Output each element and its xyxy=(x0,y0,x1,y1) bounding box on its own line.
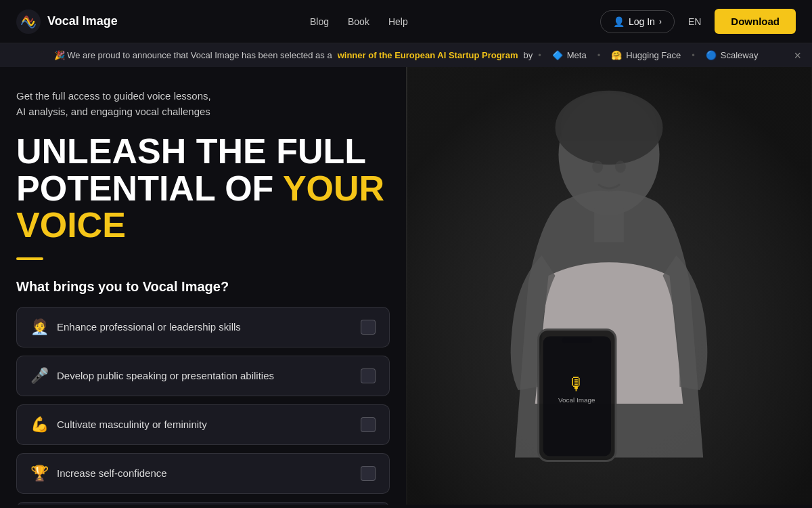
speaking-label: Develop public speaking or presentation … xyxy=(57,370,274,381)
option-professional[interactable]: 🧑‍💼 Enhance professional or leadership s… xyxy=(16,307,390,347)
hero-image: 🎙 Vocal Image xyxy=(406,67,812,505)
nav-brand: Vocal Image xyxy=(47,14,118,28)
svg-point-11 xyxy=(615,161,626,173)
left-panel: Get the full access to guided voice less… xyxy=(0,67,406,505)
nav-link-book[interactable]: Book xyxy=(348,16,369,27)
right-panel: 🎙 Vocal Image xyxy=(406,67,812,505)
main-content: Get the full access to guided voice less… xyxy=(0,67,812,505)
masculinity-label: Cultivate masculinity or femininity xyxy=(57,419,207,430)
masculinity-checkbox[interactable] xyxy=(361,417,376,432)
scaleway-logo: 🔵 Scaleway xyxy=(706,50,759,60)
dot-separator-2: • xyxy=(597,50,601,60)
nav-left: Vocal Image xyxy=(16,9,118,34)
meta-icon: 🔷 xyxy=(552,50,563,60)
banner-logos: • 🔷 Meta • 🤗 Hugging Face • 🔵 Scaleway xyxy=(538,50,758,60)
option-masculinity[interactable]: 💪 Cultivate masculinity or femininity xyxy=(16,404,390,445)
survey-question: What brings you to Vocal Image? xyxy=(16,279,390,295)
confidence-checkbox[interactable] xyxy=(361,466,376,481)
hero-title-line2-regular: POTENTIAL OF xyxy=(16,169,283,208)
banner-text-before: 🎉 We are proud to announce that Vocal Im… xyxy=(54,50,332,60)
survey-options: 🧑‍💼 Enhance professional or leadership s… xyxy=(16,307,390,505)
meta-label: Meta xyxy=(567,50,587,60)
navbar: Vocal Image Blog Book Help 👤 Log In › EN… xyxy=(0,0,812,43)
speaking-emoji: 🎤 xyxy=(30,367,49,385)
masculinity-emoji: 💪 xyxy=(30,416,49,433)
nav-link-help[interactable]: Help xyxy=(388,16,408,27)
person-silhouette: 🎙 Vocal Image xyxy=(406,67,812,505)
option-voice-type[interactable]: 🔍 Discover voice type xyxy=(16,502,390,505)
banner-highlight: winner of the European AI Startup Progra… xyxy=(338,50,518,60)
option-confidence[interactable]: 🏆 Increase self-confidence xyxy=(16,453,390,494)
speaking-checkbox[interactable] xyxy=(361,368,376,383)
announcement-banner: 🎉 We are proud to announce that Vocal Im… xyxy=(0,43,812,67)
svg-text:Vocal Image: Vocal Image xyxy=(558,396,595,404)
hugging-face-icon: 🤗 xyxy=(611,50,622,60)
dot-separator-1: • xyxy=(538,50,541,60)
hero-title: UNLEASH THE FULL POTENTIAL OF YOUR VOICE xyxy=(16,133,390,244)
svg-rect-4 xyxy=(594,209,624,242)
hugging-face-logo: 🤗 Hugging Face xyxy=(611,50,681,60)
scaleway-icon: 🔵 xyxy=(706,50,717,60)
professional-emoji: 🧑‍💼 xyxy=(30,318,49,336)
close-banner-button[interactable]: × xyxy=(794,49,801,62)
professional-label: Enhance professional or leadership skill… xyxy=(57,321,241,333)
professional-checkbox[interactable] xyxy=(361,320,376,335)
nav-links: Blog Book Help xyxy=(310,16,408,27)
nav-right: 👤 Log In › EN Download xyxy=(600,9,796,34)
hugging-face-label: Hugging Face xyxy=(626,50,681,60)
vocal-image-logo-icon xyxy=(16,9,41,34)
banner-text-after: by xyxy=(523,50,533,60)
hero-title-line1: UNLEASH THE FULL xyxy=(16,131,366,171)
language-button[interactable]: EN xyxy=(683,14,706,30)
person-icon: 👤 xyxy=(613,16,625,27)
chevron-right-icon: › xyxy=(659,17,662,26)
dot-separator-3: • xyxy=(692,50,695,60)
meta-logo: 🔷 Meta xyxy=(552,50,587,60)
confidence-emoji: 🏆 xyxy=(30,465,49,482)
svg-text:🎙: 🎙 xyxy=(568,375,585,394)
option-speaking[interactable]: 🎤 Develop public speaking or presentatio… xyxy=(16,356,390,396)
download-button[interactable]: Download xyxy=(715,9,796,34)
hero-subtitle: Get the full access to guided voice less… xyxy=(16,89,390,119)
login-button[interactable]: 👤 Log In › xyxy=(600,10,675,33)
title-divider xyxy=(16,257,43,260)
nav-link-blog[interactable]: Blog xyxy=(310,16,329,27)
confidence-label: Increase self-confidence xyxy=(57,467,167,479)
svg-rect-9 xyxy=(562,338,592,343)
svg-point-10 xyxy=(592,161,603,173)
scaleway-label: Scaleway xyxy=(721,50,759,60)
